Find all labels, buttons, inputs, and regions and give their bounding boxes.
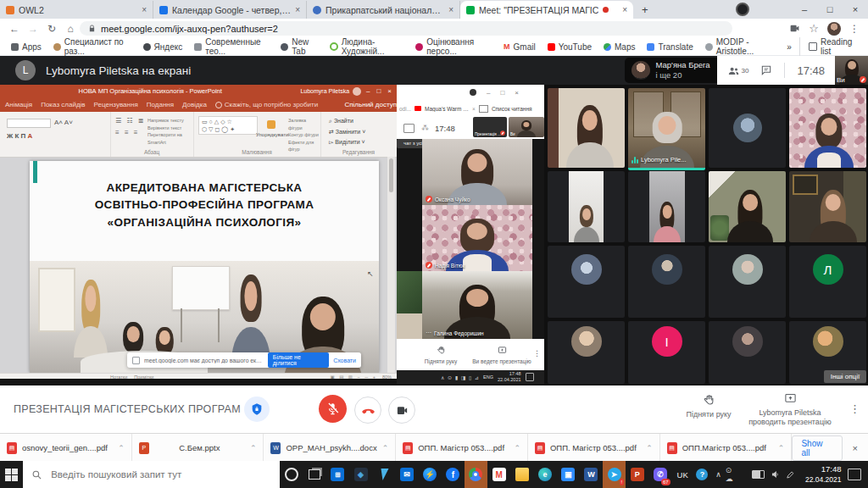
- bold-italic-buttons[interactable]: Ж К П А: [7, 132, 32, 140]
- task-view-button[interactable]: [303, 461, 326, 488]
- language-indicator[interactable]: UK: [677, 470, 688, 480]
- shape-fill-option[interactable]: Заливка фігури: [288, 117, 320, 131]
- telegram-button[interactable]: ➤ !: [603, 461, 626, 488]
- ppt-scrollbar[interactable]: [387, 157, 395, 373]
- start-button[interactable]: [0, 461, 23, 488]
- participant-tile[interactable]: [709, 321, 786, 384]
- powerpoint-button[interactable]: P: [626, 461, 648, 488]
- participants-pill[interactable]: Мар'яна Брегаі ще 20: [625, 58, 716, 83]
- mic-mute-button[interactable]: [319, 395, 347, 423]
- tab-close-icon[interactable]: ×: [622, 6, 627, 14]
- replace-button[interactable]: ⇄ Замінити ˅: [329, 127, 365, 138]
- participant-tile[interactable]: Л: [789, 246, 866, 318]
- download-menu-chevron[interactable]: ⌃: [250, 444, 257, 452]
- bookmark-item[interactable]: Оцінювання персо...: [411, 37, 496, 56]
- reading-list-button[interactable]: Reading list: [799, 37, 861, 56]
- window-close-button[interactable]: ×: [843, 4, 868, 14]
- shape-gallery[interactable]: ▭○△◇☆⬡▽◻◯✦: [198, 116, 258, 135]
- align-text-option[interactable]: Вирівняти текст: [147, 125, 192, 132]
- close-downloads-bar-icon[interactable]: ×: [853, 443, 858, 453]
- view-buttons[interactable]: ▣ ▤ ▥ − ─ +: [330, 374, 377, 380]
- participant-tile[interactable]: І: [628, 321, 705, 384]
- meeting-name[interactable]: ПРЕЗЕНТАЦІЯ МАГІСТЕРСЬКИХ ПРОГРАМ: [14, 403, 241, 415]
- people-list-button[interactable]: 30: [727, 64, 749, 77]
- tab-meet-active[interactable]: Meet: "ПРЕЗЕНТАЦІЯ МАГІС ×: [460, 1, 633, 19]
- messenger-button[interactable]: ⚡: [419, 461, 442, 488]
- tab-owl2[interactable]: OWL2 ×: [0, 1, 153, 19]
- home-button[interactable]: ⌂: [61, 23, 80, 35]
- tray-icons[interactable]: ⊙ ☁: [726, 466, 748, 483]
- zoom-button[interactable]: ▣: [557, 461, 580, 488]
- bookmark-item[interactable]: MODIP - Aristotle...: [701, 37, 779, 56]
- help-button[interactable]: ?: [693, 461, 711, 488]
- download-item[interactable]: ▤ ОПП. Магістр 053....pdf ⌃: [396, 434, 528, 462]
- bookmark-item[interactable]: Людина-Художній...: [326, 37, 409, 56]
- reload-button[interactable]: ↻: [42, 23, 61, 35]
- bookmark-item-gmail[interactable]: MGmail: [499, 42, 540, 52]
- arrange-button[interactable]: Упорядкувати: [256, 117, 287, 137]
- taskbar-search[interactable]: [23, 461, 280, 488]
- more-options-button[interactable]: ⋮: [849, 402, 860, 415]
- font-size-buttons[interactable]: A˄ A˅: [54, 119, 73, 126]
- bookmark-item-maps[interactable]: Maps: [599, 42, 639, 52]
- back-button[interactable]: ←: [5, 23, 24, 35]
- apps-button[interactable]: Apps: [7, 42, 46, 52]
- ppt-share-button[interactable]: Спільний доступ: [344, 101, 397, 108]
- bookmark-item[interactable]: Яндекс: [139, 42, 187, 52]
- ppt-tab-help[interactable]: Довідка: [182, 101, 207, 108]
- tray-expand-chevron[interactable]: ∧: [715, 470, 721, 479]
- word-button[interactable]: W: [580, 461, 603, 488]
- download-menu-chevron[interactable]: ⌃: [118, 444, 125, 452]
- search-input[interactable]: [49, 469, 264, 480]
- speaker-tile[interactable]: Lybomyra Pile...: [628, 88, 705, 170]
- stop-sharing-button[interactable]: Більше не ділитися: [268, 352, 329, 368]
- bookmark-item[interactable]: Современные тео...: [190, 37, 273, 56]
- chat-icon[interactable]: [760, 64, 772, 76]
- download-menu-chevron[interactable]: ⌃: [514, 444, 520, 452]
- window-minimize-button[interactable]: –: [792, 4, 817, 14]
- ppt-tab-animation[interactable]: Анімація: [5, 101, 32, 108]
- dropbox-button[interactable]: ◈: [349, 461, 372, 488]
- participant-tile[interactable]: [709, 171, 786, 242]
- participant-tile[interactable]: [709, 246, 786, 318]
- profile-avatar[interactable]: [827, 22, 841, 36]
- hide-notice-button[interactable]: Сховати: [333, 358, 356, 363]
- participant-tile[interactable]: [789, 171, 866, 242]
- store-button[interactable]: ⊞: [326, 461, 349, 488]
- download-item[interactable]: W OPP_МАН_psykh....docx ⌃: [264, 434, 396, 462]
- ppt-minimize-button[interactable]: –: [366, 87, 370, 95]
- participant-tile[interactable]: [548, 171, 625, 242]
- select-button[interactable]: ▻ Виділити ˅: [329, 137, 365, 148]
- lightning-app-button[interactable]: [372, 461, 395, 488]
- participant-tile[interactable]: [548, 88, 625, 168]
- viber-button[interactable]: ✆ 67: [648, 461, 671, 488]
- window-maximize-button[interactable]: □: [817, 4, 843, 14]
- ppt-tab-view[interactable]: Подання: [147, 101, 174, 108]
- ppt-maximize-button[interactable]: □: [376, 87, 381, 95]
- show-all-downloads-button[interactable]: Show all: [792, 435, 842, 461]
- participant-tile[interactable]: [548, 321, 625, 384]
- participant-tile[interactable]: [628, 246, 705, 318]
- bookmark-item-youtube[interactable]: YouTube: [543, 42, 596, 52]
- participant-tile[interactable]: [789, 88, 866, 168]
- participant-tile[interactable]: [628, 171, 705, 242]
- gmail-button[interactable]: M: [487, 461, 510, 488]
- ppt-tab-review[interactable]: Рецензування: [94, 101, 138, 108]
- bookmark-item-translate[interactable]: Translate: [643, 42, 697, 52]
- facebook-button[interactable]: f: [442, 461, 465, 488]
- download-item[interactable]: ▤ osnovy_teorii_gen....pdf ⌃: [0, 434, 132, 462]
- self-view-thumbnail[interactable]: Ви: [835, 56, 868, 85]
- smartart-option[interactable]: Перетворити на SmartArt: [147, 131, 192, 146]
- file-explorer-button[interactable]: [510, 461, 533, 488]
- browser-menu-icon[interactable]: ⋮: [849, 23, 860, 35]
- download-item[interactable]: ▤ ОПП. Магістр 053....pdf ⌃: [528, 434, 660, 462]
- forward-button[interactable]: →: [24, 23, 42, 35]
- bookmarks-overflow-button[interactable]: »: [782, 42, 796, 52]
- camera-button[interactable]: [388, 396, 415, 424]
- camera-indicator-icon[interactable]: [789, 23, 800, 34]
- ppt-close-button[interactable]: ×: [387, 87, 392, 95]
- bookmark-item[interactable]: Специалист по раз...: [49, 37, 136, 56]
- download-item[interactable]: P С.Бем.pptx ⌃: [132, 434, 264, 462]
- safety-shield-button[interactable]: [244, 396, 270, 422]
- cortana-button[interactable]: [280, 461, 303, 488]
